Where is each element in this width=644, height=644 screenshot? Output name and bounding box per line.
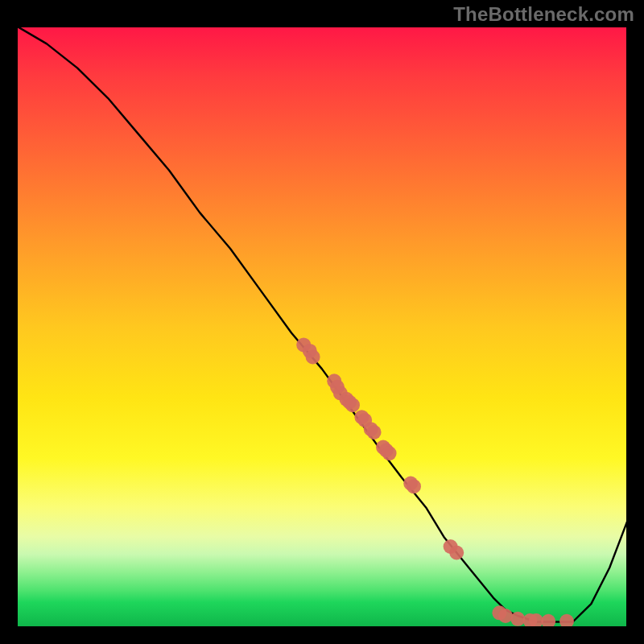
svg-point-17 xyxy=(407,479,421,493)
svg-point-2 xyxy=(306,349,320,364)
svg-point-22 xyxy=(510,612,525,626)
measurement-points xyxy=(296,337,574,628)
watermark-text: TheBottleneck.com xyxy=(453,3,634,26)
svg-point-19 xyxy=(449,546,464,560)
svg-point-25 xyxy=(541,614,555,628)
bottleneck-curve xyxy=(16,26,628,622)
svg-point-21 xyxy=(498,609,513,623)
chart-overlay xyxy=(16,26,628,628)
svg-point-15 xyxy=(382,446,397,460)
plot-frame xyxy=(16,26,628,628)
svg-point-12 xyxy=(367,425,382,440)
svg-point-26 xyxy=(559,614,574,628)
svg-point-8 xyxy=(345,398,360,412)
